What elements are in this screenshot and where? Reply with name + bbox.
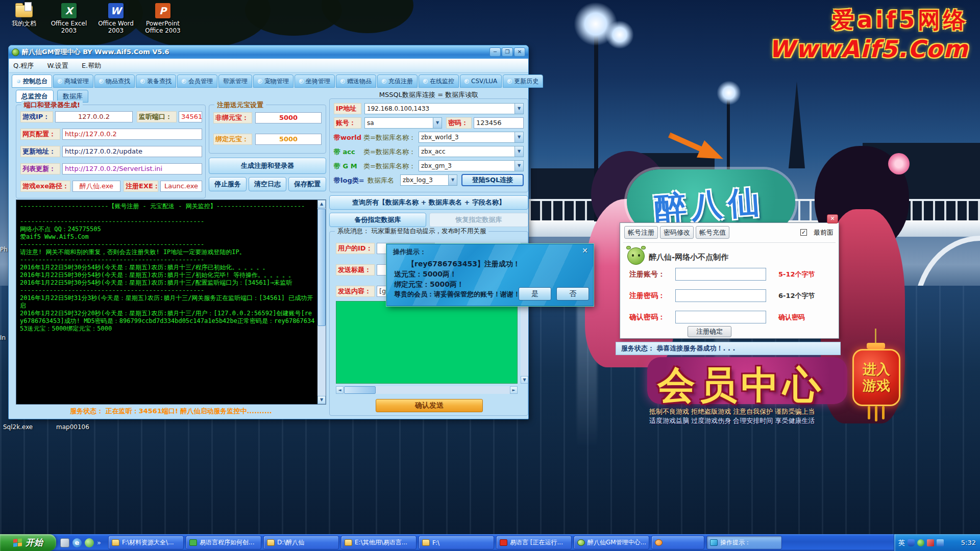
maximize-button[interactable]: ❐ — [502, 47, 513, 57]
sql-ip-combo[interactable]: 192.168.0.100,1433▼ — [364, 103, 524, 114]
task-button-elang-doc[interactable]: 易语言程序如何创... — [186, 536, 261, 549]
scroll-up-icon[interactable]: ▲ — [317, 200, 326, 208]
scrollbar-thumb[interactable] — [317, 209, 326, 326]
reg-exe-input[interactable]: Launc.exe — [160, 181, 202, 192]
tab-item-search[interactable]: 物品查找 — [94, 74, 135, 88]
desktop-icon-my-documents[interactable]: 我的文档 — [2, 3, 46, 27]
reg-submit-button[interactable]: 注册确定 — [688, 326, 731, 337]
scroll-left-icon[interactable]: ◄ — [336, 386, 344, 394]
world-db-combo[interactable]: zbx_world_3▼ — [419, 132, 524, 143]
scroll-down-icon[interactable]: ▼ — [521, 376, 528, 384]
bound-gold-input[interactable]: 5000 — [255, 134, 322, 145]
log-db-combo[interactable]: zbx_log_3▼ — [400, 174, 457, 186]
task-button-operation-prompt[interactable]: 操作提示： — [706, 536, 782, 549]
unbound-gold-input[interactable]: 5000 — [255, 112, 322, 123]
tab-recharge-register[interactable]: 充值注册 — [377, 74, 418, 88]
enter-game-button[interactable]: 进入 游戏 — [852, 349, 900, 406]
im-icon[interactable] — [927, 539, 934, 546]
task-button-folder-elang[interactable]: E:\其他用\易语言... — [341, 536, 416, 549]
reg-close-button[interactable]: ✕ — [827, 214, 838, 223]
gm-db-combo[interactable]: zbx_gm_3▼ — [419, 160, 524, 171]
reg-tab-change-password[interactable]: 密码修改 — [660, 226, 694, 239]
task-button-folder-materials[interactable]: F:\材料资源大全\... — [108, 536, 184, 549]
update-url-input[interactable]: http://127.0.0.2/update — [62, 146, 202, 157]
tab-guild[interactable]: 帮派管理 — [218, 74, 252, 88]
yes-button[interactable]: 是 — [519, 287, 551, 300]
stop-service-button[interactable]: 停止服务 — [209, 177, 247, 191]
tab-member[interactable]: 会员管理 — [177, 74, 217, 88]
scrollbar-thumb[interactable] — [344, 386, 376, 394]
sql-password-input[interactable]: 123456 — [474, 117, 524, 129]
task-button-folder-f[interactable]: F:\ — [419, 536, 494, 549]
query-all-button[interactable]: 查询所有【数据库名称 + 数据库表名 + 字段名称】 — [329, 195, 528, 210]
listen-port-input[interactable]: 34561 — [179, 111, 202, 122]
sql-account-combo[interactable]: sa▼ — [364, 117, 442, 129]
close-button[interactable]: ✕ — [514, 47, 525, 57]
horizontal-scrollbar[interactable]: ◄ ► — [336, 386, 518, 394]
desktop-icon-excel[interactable]: X Office Excel 2003 — [47, 3, 91, 34]
game-exe-input[interactable]: 醉八仙.exe — [72, 181, 120, 192]
reg-password-input[interactable] — [675, 289, 766, 302]
tab-control-console[interactable]: 控制总台 — [12, 74, 52, 88]
tab-online-monitor[interactable]: 在线监控 — [419, 74, 459, 88]
tab-update-history[interactable]: 更新历史 — [503, 74, 543, 88]
chevron-down-icon[interactable]: ▼ — [448, 175, 457, 185]
topmost-checkbox[interactable]: ✓ — [800, 229, 807, 236]
chevron-down-icon[interactable]: ▼ — [514, 104, 523, 114]
tab-gift[interactable]: 赠送物品 — [336, 74, 376, 88]
tab-pet[interactable]: 宠物管理 — [253, 74, 293, 88]
language-indicator[interactable]: 英 — [898, 538, 905, 547]
acc-db-combo[interactable]: zbx_acc▼ — [419, 146, 524, 157]
reg-confirm-input[interactable] — [675, 311, 766, 323]
send-content-area[interactable] — [336, 301, 518, 384]
desktop-icon-word[interactable]: W Office Word 2003 — [94, 3, 138, 34]
task-button-misc[interactable] — [651, 536, 704, 549]
chevron-down-icon[interactable]: ▼ — [514, 161, 523, 171]
save-config-button[interactable]: 保存配置 — [288, 177, 326, 191]
chevron-down-icon[interactable]: ▼ — [514, 132, 523, 142]
list-update-input[interactable]: http://127.0.0.2/ServerList.ini — [62, 163, 202, 174]
antivirus-icon[interactable] — [917, 539, 924, 546]
reg-tab-recharge[interactable]: 帐号充值 — [696, 226, 729, 239]
media-player-icon[interactable] — [85, 538, 94, 547]
sql-login-button[interactable]: 登陆SQL连接 — [461, 174, 524, 186]
tab-mount[interactable]: 坐骑管理 — [295, 74, 335, 88]
reg-account-input[interactable] — [675, 268, 766, 281]
menu-program[interactable]: Q.程序 — [13, 61, 34, 70]
task-button-gm-center[interactable]: 醉八仙GM管理中心... — [574, 536, 649, 549]
start-button[interactable]: 开始 — [0, 534, 56, 551]
chevron-down-icon[interactable]: ▼ — [433, 118, 442, 128]
show-desktop-icon[interactable] — [60, 538, 69, 547]
tab-mall[interactable]: 商城管理 — [53, 74, 93, 88]
log-console[interactable]: ------------------------【账号注册 - 元宝配送 - 网… — [16, 199, 326, 405]
desktop-label-map00106[interactable]: map00106 — [56, 423, 89, 431]
chevron-down-icon[interactable]: ▼ — [514, 146, 523, 157]
scroll-down-icon[interactable]: ▼ — [317, 396, 326, 404]
no-button[interactable]: 否 — [556, 287, 589, 300]
console-scrollbar[interactable]: ▲ ▼ — [317, 200, 326, 404]
minimize-button[interactable]: ─ — [489, 47, 501, 57]
task-button-folder-zbx[interactable]: D:\醉八仙 — [263, 536, 339, 549]
backup-db-button[interactable]: 备份指定数据库 — [329, 213, 426, 227]
tab-csv-lua[interactable]: CSV/LUA — [460, 74, 502, 88]
dialog-close-icon[interactable]: ✕ — [582, 246, 588, 255]
gm-titlebar[interactable]: 醉八仙GM管理中心 BY Www.Aif5.Com V5.6 ─ ❐ ✕ — [9, 45, 528, 59]
member-center-text[interactable]: 会员中心 — [657, 360, 825, 411]
desktop-label-sql2k[interactable]: Sql2k.exe — [3, 423, 33, 431]
task-button-elang-running[interactable]: 易语言 [正在运行... — [496, 536, 572, 549]
generate-launcher-button[interactable]: 生成注册和登录器 — [209, 158, 326, 174]
quick-launch-chevron-icon[interactable]: » — [97, 539, 101, 546]
game-ip-input[interactable]: 127.0.0.2 — [55, 111, 133, 122]
reg-tab-register[interactable]: 帐号注册 — [624, 226, 658, 239]
menu-settings[interactable]: W.设置 — [47, 61, 68, 70]
desktop-icon-powerpoint[interactable]: P PowerPoint Office 2003 — [141, 3, 185, 34]
shield-icon[interactable] — [908, 539, 915, 546]
ie-icon[interactable]: e — [72, 538, 82, 547]
clear-log-button[interactable]: 清空日志 — [249, 177, 286, 191]
scroll-right-icon[interactable]: ► — [510, 386, 518, 394]
tab-equip-search[interactable]: 装备查找 — [136, 74, 176, 88]
menu-help[interactable]: E.帮助 — [82, 61, 101, 70]
web-config-input[interactable]: http://127.0.0.2 — [62, 129, 202, 140]
confirm-send-button[interactable]: 确认发送 — [376, 399, 483, 412]
monitor-icon[interactable] — [937, 539, 944, 546]
